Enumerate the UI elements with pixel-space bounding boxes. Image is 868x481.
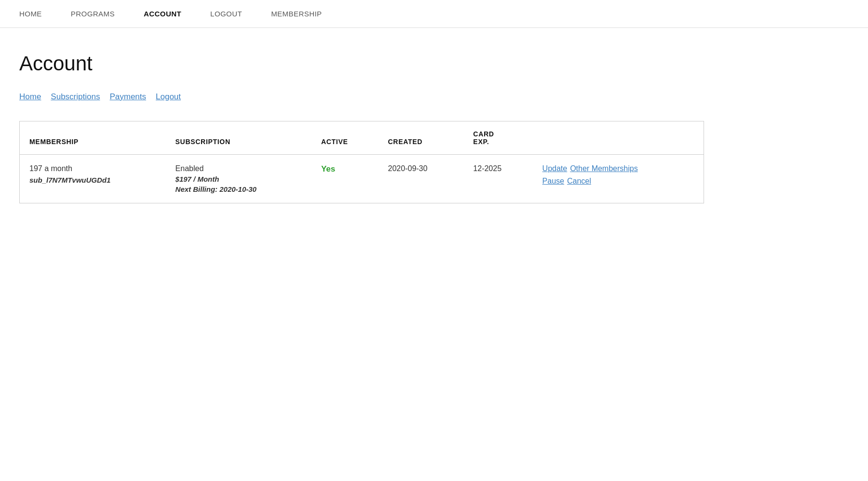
membership-name: 197 a month	[29, 164, 156, 173]
cell-card-exp: 12-2025	[463, 155, 532, 203]
action-cancel[interactable]: Cancel	[567, 177, 591, 185]
subnav-home[interactable]: Home	[19, 92, 41, 102]
subscription-status: Enabled	[176, 164, 302, 173]
col-header-membership: MEMBERSHIP	[20, 121, 166, 155]
cell-created: 2020-09-30	[379, 155, 464, 203]
action-pause[interactable]: Pause	[542, 177, 564, 185]
main-content: Account Home Subscriptions Payments Logo…	[0, 28, 723, 227]
table-header-row: MEMBERSHIP SUBSCRIPTION ACTIVE CREATED C…	[20, 121, 704, 155]
card-expiry: 12-2025	[473, 164, 502, 173]
cell-actions: UpdateOther Memberships PauseCancel	[533, 155, 704, 203]
subscription-billing: Next Billing: 2020-10-30	[176, 185, 302, 193]
col-header-subscription: SUBSCRIPTION	[166, 121, 312, 155]
subscriptions-table: MEMBERSHIP SUBSCRIPTION ACTIVE CREATED C…	[19, 121, 704, 203]
created-date: 2020-09-30	[388, 164, 428, 173]
subnav-logout[interactable]: Logout	[156, 92, 181, 102]
nav-logout[interactable]: LOGOUT	[210, 10, 242, 18]
subnav-payments[interactable]: Payments	[109, 92, 146, 102]
col-header-active: ACTIVE	[312, 121, 379, 155]
membership-id: sub_l7N7MTvwuUGDd1	[29, 176, 156, 184]
nav-account[interactable]: ACCOUNT	[144, 10, 181, 18]
cell-active: Yes	[312, 155, 379, 203]
nav-membership[interactable]: MEMBERSHIP	[271, 10, 322, 18]
nav-programs[interactable]: PROGRAMS	[71, 10, 115, 18]
col-header-card-line1: CARD	[473, 130, 523, 138]
action-other-memberships[interactable]: Other Memberships	[570, 164, 638, 173]
cell-membership: 197 a month sub_l7N7MTvwuUGDd1	[20, 155, 166, 203]
col-header-actions	[533, 121, 704, 155]
subscription-price: $197 / Month	[176, 175, 302, 183]
active-status: Yes	[321, 164, 335, 174]
nav-home[interactable]: HOME	[19, 10, 42, 18]
top-navigation: HOME PROGRAMS ACCOUNT LOGOUT MEMBERSHIP	[0, 0, 868, 28]
col-header-created: CREATED	[379, 121, 464, 155]
cell-subscription: Enabled $197 / Month Next Billing: 2020-…	[166, 155, 312, 203]
col-header-card-exp: CARD EXP.	[463, 121, 532, 155]
sub-navigation: Home Subscriptions Payments Logout	[19, 92, 704, 102]
action-update[interactable]: Update	[542, 164, 568, 173]
col-header-card-line2: EXP.	[473, 138, 523, 146]
subnav-subscriptions[interactable]: Subscriptions	[51, 92, 100, 102]
page-title: Account	[19, 52, 704, 75]
table-row: 197 a month sub_l7N7MTvwuUGDd1 Enabled $…	[20, 155, 704, 203]
